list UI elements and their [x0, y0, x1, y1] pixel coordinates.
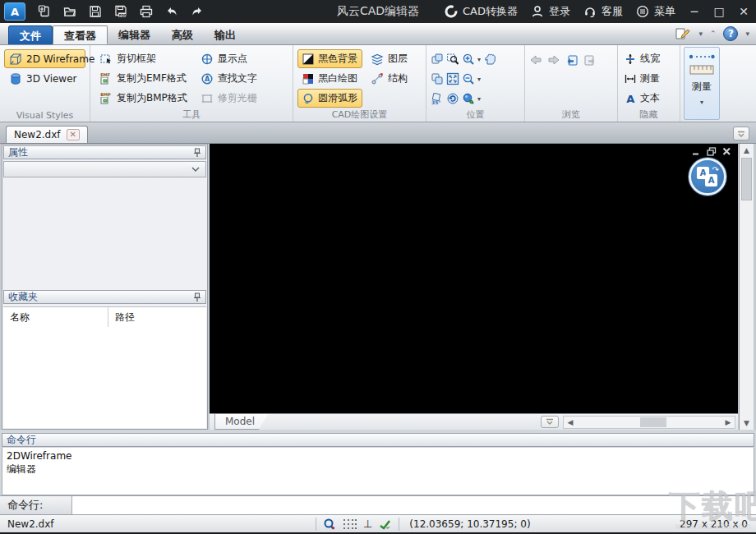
left-dock: 属性 收藏夹 名称 路径	[2, 144, 208, 430]
refresh-view-icon[interactable]	[446, 92, 459, 105]
zoom-out-dropdown-icon[interactable]: ▾	[477, 76, 481, 83]
collapse-ribbon-icon[interactable]: ⌃	[710, 30, 717, 38]
sheet-list-button[interactable]	[541, 416, 559, 428]
text-label: 文本	[640, 91, 660, 105]
favorites-column-path[interactable]: 路径	[108, 307, 141, 327]
command-input[interactable]	[72, 496, 756, 514]
document-tab[interactable]: New2.dxf ✕	[6, 126, 88, 143]
doc-minimize-icon[interactable]	[692, 147, 701, 156]
minimize-button[interactable]: ─	[682, 1, 707, 22]
model-tab[interactable]: Model	[214, 414, 268, 430]
2d-wireframe-button[interactable]: 2D Wireframe	[4, 49, 85, 68]
pan-hand-icon[interactable]	[483, 53, 496, 66]
new-file-icon[interactable]	[38, 5, 51, 18]
show-points-icon	[201, 53, 214, 66]
command-panel-header: 命令行	[2, 433, 754, 447]
zoom-in-dropdown-icon[interactable]: ▾	[477, 56, 481, 63]
snap-toggle-icon[interactable]	[323, 518, 336, 531]
3d-viewer-button[interactable]: 3D Viewer	[4, 69, 85, 88]
smooth-arc-label: 圆滑弧形	[318, 91, 357, 105]
close-button[interactable]: ✕	[731, 1, 756, 22]
print-icon[interactable]	[140, 5, 153, 18]
smooth-arc-button[interactable]: 圆滑弧形	[297, 89, 362, 108]
line-width-button[interactable]: 线宽	[622, 49, 675, 68]
rotate-angle-icon[interactable]: 35°	[431, 92, 444, 105]
fit-to-screen-icon[interactable]	[446, 72, 459, 85]
horizontal-scrollbar[interactable]: ◀ ▶	[563, 416, 735, 429]
cad-converter-button[interactable]: CAD转换器	[438, 4, 524, 19]
zoom-extents-dropdown-icon[interactable]: ▾	[477, 95, 481, 103]
show-points-button[interactable]: 显示点	[196, 49, 262, 68]
structure-button[interactable]: 结构	[366, 69, 413, 88]
document-tab-close-icon[interactable]: ✕	[67, 129, 80, 140]
tab-viewer[interactable]: 查看器	[53, 25, 108, 44]
annotate-icon[interactable]	[675, 27, 691, 40]
scroll-right-icon[interactable]: ▶	[721, 418, 735, 426]
rotate-view-icon[interactable]	[431, 53, 444, 66]
maximize-button[interactable]: □	[707, 1, 731, 22]
scroll-down-icon[interactable]: ▼	[740, 417, 754, 430]
ortho-toggle-icon[interactable]: ⊥	[363, 518, 372, 530]
properties-selector-dropdown[interactable]	[3, 161, 206, 177]
zoom-window-icon[interactable]	[446, 53, 459, 66]
panel-expand-button[interactable]	[733, 127, 749, 140]
undo-icon[interactable]	[165, 5, 178, 18]
find-text-button[interactable]: A 查找文字	[196, 69, 262, 88]
vertical-scrollbar[interactable]: ▲ ▼	[739, 144, 754, 430]
zoom-in-icon[interactable]	[462, 53, 475, 66]
pin-icon[interactable]	[193, 292, 201, 302]
group-visual-styles: 2D Wireframe 3D Viewer Visual Styles	[0, 45, 90, 122]
doc-restore-icon[interactable]	[707, 147, 717, 156]
grid-toggle-icon[interactable]	[343, 518, 357, 530]
tab-advanced[interactable]: 高级	[161, 25, 204, 44]
zoom-out-icon[interactable]	[462, 72, 475, 85]
measure-label: 测量	[640, 71, 660, 85]
copy-view-icon[interactable]	[431, 72, 444, 85]
copy-emf-button[interactable]: EMF 复制为EMF格式	[94, 69, 192, 88]
cad-translate-button[interactable]: A A ↷	[689, 158, 726, 196]
save-icon[interactable]	[89, 5, 102, 18]
sheet-tab-bar: Model ◀ ▶	[210, 413, 738, 430]
tab-editor[interactable]: 编辑器	[108, 25, 161, 44]
scroll-up-icon[interactable]: ▲	[740, 144, 754, 157]
bw-drawing-button[interactable]: 黑白绘图	[297, 69, 362, 88]
black-background-button[interactable]: 黑色背景	[297, 49, 362, 68]
save-pdf-icon[interactable]: PDF	[114, 5, 127, 18]
menu-button[interactable]: 菜单	[629, 4, 682, 19]
svg-text:PDF: PDF	[119, 13, 127, 17]
support-button[interactable]: 客服	[577, 4, 629, 19]
properties-panel-title: 属性	[8, 145, 28, 159]
zoom-extents-icon[interactable]	[462, 92, 475, 105]
title-bar: A PDF 风云CAD编辑器 CAD转换器 登录 客服 菜单 ─ □ ✕	[0, 0, 756, 23]
command-panel: 命令行 2DWireframe 编辑器	[0, 430, 756, 495]
horizontal-scroll-thumb[interactable]	[640, 417, 666, 427]
redo-icon[interactable]	[191, 5, 204, 18]
text-icon: A	[625, 93, 636, 104]
open-file-icon[interactable]	[63, 5, 76, 18]
layers-button[interactable]: 图层	[366, 49, 413, 68]
measure-panel-button[interactable]: 测量 ▾	[684, 47, 720, 120]
login-button[interactable]: 登录	[524, 4, 577, 19]
command-history[interactable]: 2DWireframe 编辑器	[2, 448, 754, 495]
drawing-canvas[interactable]: A A ↷	[210, 144, 738, 413]
clip-frame-button[interactable]: 剪切框架	[94, 49, 192, 68]
copy-bmp-button[interactable]: BMP 复制为BMP格式	[94, 89, 192, 108]
vertical-scroll-thumb[interactable]	[741, 158, 752, 200]
doc-close-icon[interactable]	[722, 147, 731, 156]
pin-icon[interactable]	[193, 148, 201, 158]
scroll-left-icon[interactable]: ◀	[564, 418, 577, 426]
measure-panel-dropdown-icon[interactable]: ▾	[700, 99, 703, 106]
tab-output[interactable]: 输出	[204, 25, 247, 44]
browse-group-label: 浏览	[525, 108, 617, 121]
osnap-toggle-icon[interactable]	[379, 518, 392, 531]
annotate-dropdown-icon[interactable]: ▾	[698, 30, 703, 38]
divider	[399, 518, 399, 531]
help-dropdown-icon[interactable]: ▾	[745, 30, 749, 38]
help-icon[interactable]: ?	[723, 26, 738, 41]
text-button[interactable]: A 文本	[622, 89, 675, 108]
tab-file[interactable]: 文件	[8, 25, 53, 44]
favorites-column-name[interactable]: 名称	[3, 307, 108, 327]
measure-button[interactable]: 测量	[622, 69, 675, 88]
previous-view-icon[interactable]	[565, 53, 579, 67]
clip-frame-label: 剪切框架	[117, 52, 156, 66]
